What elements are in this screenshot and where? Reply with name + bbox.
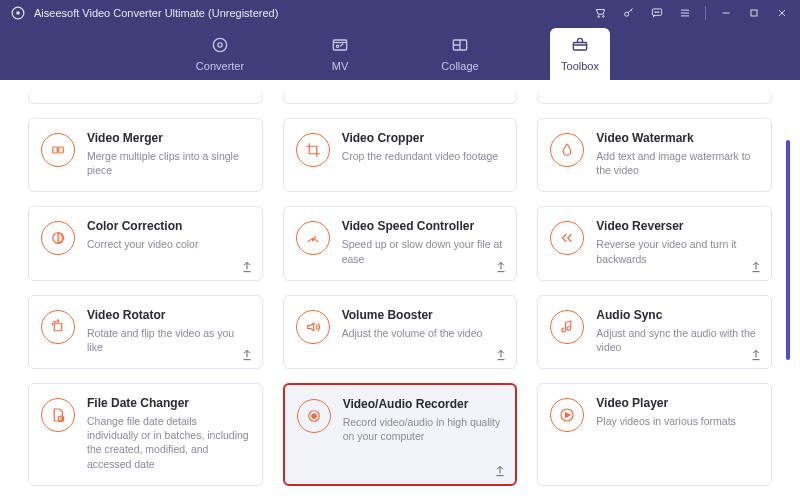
feedback-icon[interactable] bbox=[649, 5, 665, 21]
tab-collage[interactable]: Collage bbox=[430, 28, 490, 80]
tool-title: File Date Changer bbox=[87, 396, 250, 410]
tool-title: Volume Booster bbox=[342, 308, 505, 322]
maximize-button[interactable] bbox=[746, 5, 762, 21]
tool-card[interactable]: Video RotatorRotate and flip the video a… bbox=[28, 295, 263, 369]
svg-rect-15 bbox=[573, 43, 586, 51]
svg-point-1 bbox=[16, 11, 20, 15]
player-icon bbox=[550, 398, 584, 432]
tool-card[interactable]: Video Speed ControllerSpeed up or slow d… bbox=[283, 206, 518, 280]
tool-description: Adjust the volume of the video bbox=[342, 326, 505, 340]
tab-label: MV bbox=[332, 60, 349, 72]
tool-title: Video Player bbox=[596, 396, 759, 410]
svg-point-11 bbox=[218, 43, 222, 47]
pin-icon[interactable] bbox=[240, 260, 254, 274]
tool-card[interactable]: Video ReverserReverse your video and tur… bbox=[537, 206, 772, 280]
tool-title: Video/Audio Recorder bbox=[343, 397, 504, 411]
reverser-icon bbox=[550, 221, 584, 255]
tab-label: Collage bbox=[441, 60, 478, 72]
converter-icon bbox=[209, 34, 231, 56]
menu-icon[interactable] bbox=[677, 5, 693, 21]
svg-point-10 bbox=[213, 38, 226, 51]
cart-icon[interactable] bbox=[593, 5, 609, 21]
tool-description: Adjust and sync the audio with the video bbox=[596, 326, 759, 354]
tool-card[interactable]: Volume BoosterAdjust the volume of the v… bbox=[283, 295, 518, 369]
pin-icon[interactable] bbox=[240, 348, 254, 362]
svg-point-4 bbox=[625, 12, 629, 16]
tool-description: Record video/audio in high quality on yo… bbox=[343, 415, 504, 443]
offscreen-card[interactable] bbox=[28, 90, 263, 104]
svg-point-7 bbox=[657, 12, 658, 13]
main-tabs: Converter MV Collage Toolbox bbox=[0, 26, 800, 80]
tool-title: Video Reverser bbox=[596, 219, 759, 233]
tab-toolbox[interactable]: Toolbox bbox=[550, 28, 610, 80]
speed-icon bbox=[296, 221, 330, 255]
svg-point-19 bbox=[312, 239, 314, 241]
svg-point-6 bbox=[655, 12, 656, 13]
tab-label: Converter bbox=[196, 60, 244, 72]
volume-icon bbox=[296, 310, 330, 344]
window-title: Aiseesoft Video Converter Ultimate (Unre… bbox=[34, 7, 278, 19]
tool-title: Video Cropper bbox=[342, 131, 505, 145]
tool-description: Merge multiple clips into a single piece bbox=[87, 149, 250, 177]
file-date-icon bbox=[41, 398, 75, 432]
svg-rect-17 bbox=[59, 147, 64, 153]
svg-point-3 bbox=[603, 16, 605, 18]
tool-card[interactable]: Video MergerMerge multiple clips into a … bbox=[28, 118, 263, 192]
cropper-icon bbox=[296, 133, 330, 167]
partial-row bbox=[28, 90, 772, 104]
pin-icon[interactable] bbox=[493, 464, 507, 478]
scrollbar[interactable] bbox=[786, 140, 790, 360]
svg-point-13 bbox=[336, 45, 338, 47]
pin-icon[interactable] bbox=[494, 260, 508, 274]
tool-title: Video Rotator bbox=[87, 308, 250, 322]
toolbox-icon bbox=[569, 34, 591, 56]
merger-icon bbox=[41, 133, 75, 167]
tool-description: Speed up or slow down your file at ease bbox=[342, 237, 505, 265]
svg-rect-16 bbox=[53, 147, 58, 153]
tool-title: Color Correction bbox=[87, 219, 250, 233]
tool-title: Video Watermark bbox=[596, 131, 759, 145]
tool-card[interactable]: Video WatermarkAdd text and image waterm… bbox=[537, 118, 772, 192]
tab-converter[interactable]: Converter bbox=[190, 28, 250, 80]
collage-icon bbox=[449, 34, 471, 56]
svg-point-23 bbox=[311, 414, 316, 419]
tool-description: Add text and image watermark to the vide… bbox=[596, 149, 759, 177]
tool-card[interactable]: Video PlayerPlay videos in various forma… bbox=[537, 383, 772, 486]
tool-grid: Video MergerMerge multiple clips into a … bbox=[28, 118, 772, 486]
app-logo-icon bbox=[10, 5, 26, 21]
audio-sync-icon bbox=[550, 310, 584, 344]
svg-rect-12 bbox=[333, 40, 346, 50]
tab-label: Toolbox bbox=[561, 60, 599, 72]
offscreen-card[interactable] bbox=[537, 90, 772, 104]
offscreen-card[interactable] bbox=[283, 90, 518, 104]
tool-description: Rotate and flip the video as you like bbox=[87, 326, 250, 354]
toolbox-panel: Video MergerMerge multiple clips into a … bbox=[0, 80, 800, 501]
tool-card[interactable]: Audio SyncAdjust and sync the audio with… bbox=[537, 295, 772, 369]
tool-description: Play videos in various formats bbox=[596, 414, 759, 428]
tool-description: Reverse your video and turn it backwards bbox=[596, 237, 759, 265]
pin-icon[interactable] bbox=[749, 260, 763, 274]
svg-point-8 bbox=[658, 12, 659, 13]
tool-title: Video Speed Controller bbox=[342, 219, 505, 233]
key-icon[interactable] bbox=[621, 5, 637, 21]
tool-description: Correct your video color bbox=[87, 237, 250, 251]
pin-icon[interactable] bbox=[494, 348, 508, 362]
tool-card[interactable]: File Date ChangerChange file date detail… bbox=[28, 383, 263, 486]
watermark-icon bbox=[550, 133, 584, 167]
tool-description: Change file date details individually or… bbox=[87, 414, 250, 471]
tool-title: Video Merger bbox=[87, 131, 250, 145]
recorder-icon bbox=[297, 399, 331, 433]
svg-rect-20 bbox=[54, 323, 62, 331]
pin-icon[interactable] bbox=[749, 348, 763, 362]
minimize-button[interactable] bbox=[718, 5, 734, 21]
rotator-icon bbox=[41, 310, 75, 344]
tab-mv[interactable]: MV bbox=[310, 28, 370, 80]
tool-card[interactable]: Video/Audio RecorderRecord video/audio i… bbox=[283, 383, 518, 486]
tool-card[interactable]: Video CropperCrop the redundant video fo… bbox=[283, 118, 518, 192]
tool-card[interactable]: Color CorrectionCorrect your video color bbox=[28, 206, 263, 280]
tool-title: Audio Sync bbox=[596, 308, 759, 322]
title-bar: Aiseesoft Video Converter Ultimate (Unre… bbox=[0, 0, 800, 26]
color-correction-icon bbox=[41, 221, 75, 255]
mv-icon bbox=[329, 34, 351, 56]
close-button[interactable] bbox=[774, 5, 790, 21]
